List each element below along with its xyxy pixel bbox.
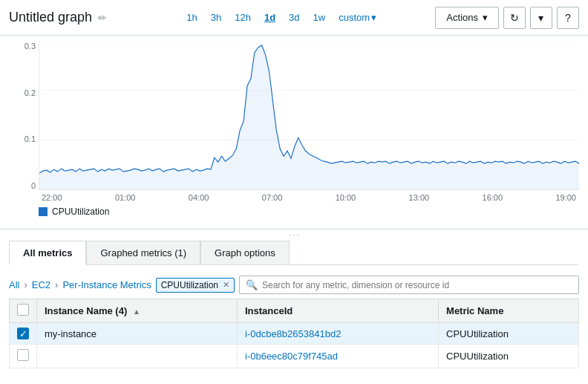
metrics-table: Instance Name (4) ▲ InstanceId Metric Na…: [9, 299, 579, 368]
x-label-1900: 19:00: [555, 193, 576, 202]
filter-tag: CPUUtilization ✕: [156, 278, 235, 293]
chart-wrapper: [39, 42, 579, 190]
legend: CPUUtilization: [9, 205, 579, 220]
y-label-03: 0.3: [24, 42, 36, 51]
select-all-checkbox[interactable]: [17, 304, 29, 316]
filter-search[interactable]: 🔍: [239, 276, 579, 294]
metrics-content: All › EC2 › Per-Instance Metrics CPUUtil…: [0, 265, 588, 374]
search-input[interactable]: [262, 280, 572, 290]
x-axis: 22:00 01:00 04:00 07:00 10:00 13:00 16:0…: [39, 190, 579, 205]
graph-area: 0.3 0.2 0.1 0 22:00 01:00 04:00 07:00: [0, 36, 588, 229]
row2-metric-name: CPUUtilization: [439, 345, 579, 368]
row2-instance-name: [37, 345, 238, 368]
x-label-2200: 22:00: [42, 193, 62, 202]
time-1w[interactable]: 1w: [310, 10, 329, 25]
chart-svg: [39, 42, 579, 189]
x-label-0700: 07:00: [262, 193, 283, 202]
x-label-0400: 04:00: [189, 193, 209, 202]
time-12h[interactable]: 12h: [232, 10, 254, 25]
tabs-area: · · · All metrics Graphed metrics (1) Gr…: [0, 229, 588, 265]
filter-ec2[interactable]: EC2: [32, 279, 50, 290]
y-axis: 0.3 0.2 0.1 0: [9, 42, 39, 190]
table-row: ✓ my-instance i-0dcbe8b2653841bd2 CPUUti…: [10, 323, 579, 345]
y-label-01: 0.1: [24, 134, 36, 143]
tab-graph-options[interactable]: Graph options: [200, 241, 290, 265]
time-custom[interactable]: custom ▾: [336, 10, 379, 25]
row1-check-cell[interactable]: ✓: [10, 323, 37, 345]
row2-check-cell[interactable]: [10, 345, 37, 368]
refresh-button[interactable]: ↻: [503, 7, 526, 29]
custom-chevron-icon: ▾: [371, 12, 376, 23]
tab-graphed-metrics[interactable]: Graphed metrics (1): [86, 241, 200, 265]
tabs: All metrics Graphed metrics (1) Graph op…: [9, 241, 579, 265]
row1-instance-name: my-instance: [37, 323, 238, 345]
svg-marker-4: [39, 45, 579, 189]
y-label-0: 0: [31, 181, 36, 190]
filter-sep-2: ›: [55, 279, 58, 290]
y-label-02: 0.2: [24, 88, 36, 97]
col-header-instance-id: InstanceId: [237, 299, 438, 323]
col-header-instance-name[interactable]: Instance Name (4) ▲: [37, 299, 238, 323]
col-header-check: [10, 299, 37, 323]
x-label-1300: 13:00: [409, 193, 430, 202]
row1-checkbox[interactable]: ✓: [17, 328, 29, 339]
graph-title: Untitled graph: [9, 10, 92, 25]
x-label-0100: 01:00: [115, 193, 136, 202]
col-header-metric-name: Metric Name: [439, 299, 579, 323]
table-row: i-0b6eec80c79f745ad CPUUtilization: [10, 345, 579, 368]
edit-icon[interactable]: ✏: [98, 12, 107, 24]
x-label-1000: 10:00: [336, 193, 356, 202]
filter-tag-close-icon[interactable]: ✕: [223, 280, 229, 290]
filter-tag-text: CPUUtilization: [161, 280, 218, 290]
graph-container: 0.3 0.2 0.1 0 22:00 01:00 04:00 07:00: [9, 42, 579, 205]
legend-label: CPUUtilization: [52, 206, 109, 217]
time-controls: 1h 3h 12h 1d 3d 1w custom ▾: [183, 10, 379, 25]
actions-chevron-icon: ▾: [483, 12, 488, 23]
time-3d[interactable]: 3d: [286, 10, 302, 25]
header: Untitled graph ✏ 1h 3h 12h 1d 3d 1w cust…: [0, 0, 588, 36]
collapse-handle[interactable]: · · ·: [9, 230, 579, 241]
time-3h[interactable]: 3h: [208, 10, 224, 25]
row1-instance-id: i-0dcbe8b2653841bd2: [237, 323, 438, 345]
filter-all[interactable]: All: [9, 279, 19, 290]
x-label-1600: 16:00: [483, 193, 503, 202]
filter-sep-1: ›: [24, 279, 27, 290]
row2-instance-id: i-0b6eec80c79f745ad: [237, 345, 438, 368]
refresh-icon: ↻: [510, 12, 519, 24]
table-header-row: Instance Name (4) ▲ InstanceId Metric Na…: [10, 299, 579, 323]
help-icon: ?: [565, 12, 571, 24]
legend-color-swatch: [39, 207, 48, 216]
help-button[interactable]: ?: [557, 7, 579, 29]
time-1h[interactable]: 1h: [183, 10, 200, 25]
row1-metric-name: CPUUtilization: [439, 323, 579, 345]
dropdown-icon: ▾: [538, 12, 543, 24]
filter-per-instance[interactable]: Per-Instance Metrics: [62, 279, 151, 290]
filter-bar: All › EC2 › Per-Instance Metrics CPUUtil…: [9, 271, 579, 299]
tab-all-metrics[interactable]: All metrics: [9, 241, 86, 265]
dropdown-button[interactable]: ▾: [530, 7, 552, 29]
actions-button[interactable]: Actions ▾: [435, 7, 499, 29]
time-1d[interactable]: 1d: [261, 10, 278, 25]
search-icon: 🔍: [246, 279, 258, 290]
graph-title-container: Untitled graph ✏: [9, 10, 128, 25]
header-actions: Actions ▾ ↻ ▾ ?: [435, 7, 579, 29]
row2-checkbox[interactable]: [17, 349, 29, 361]
sort-icon: ▲: [133, 307, 140, 316]
